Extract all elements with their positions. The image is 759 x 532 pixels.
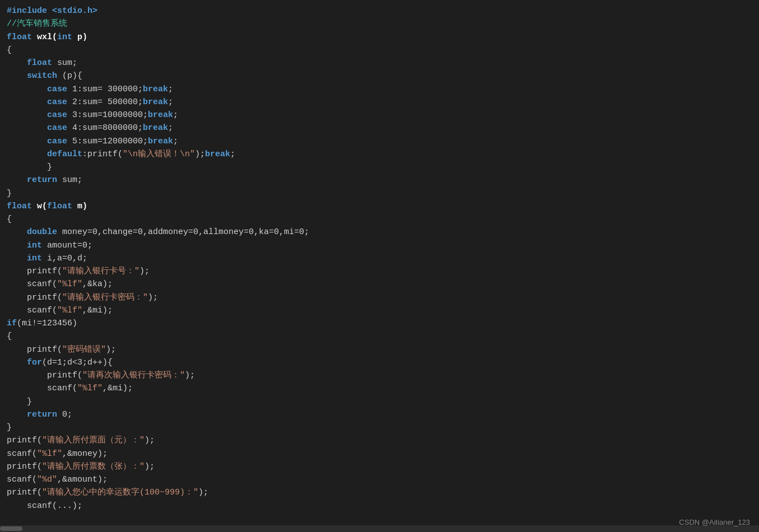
- code-line-32: return 0;: [7, 408, 752, 421]
- code-line-28: for(d=1;d<3;d++){: [7, 356, 752, 369]
- code-line-12: default:printf("\n输入错误！\n");break;: [7, 148, 752, 161]
- code-line-10: case 4:sum=8000000;break;: [7, 122, 752, 134]
- keyword-int: int: [57, 32, 77, 42]
- code-line-3: float wxl(int p): [7, 31, 752, 44]
- code-line-31: }: [7, 395, 752, 408]
- code-line-9: case 3:sum=10000000;break;: [7, 109, 752, 122]
- code-line-18: double money=0,change=0,addmoney=0,allmo…: [7, 226, 752, 239]
- code-line-35: scanf("%lf",&money);: [7, 447, 752, 460]
- code-line-24: scanf("%lf",&mi);: [7, 304, 752, 317]
- code-line-33: }: [7, 421, 752, 434]
- code-line-36: printf("请输入所付票数（张）：");: [7, 460, 752, 473]
- code-editor: #include <stdio.h> //汽车销售系统 float wxl(in…: [0, 0, 759, 532]
- code-line-15: }: [7, 187, 752, 200]
- code-line-21: printf("请输入银行卡号：");: [7, 265, 752, 278]
- code-line-20: int i,a=0,d;: [7, 252, 752, 265]
- code-line-29: printf("请再次输入银行卡密码：");: [7, 369, 752, 382]
- scrollbar-thumb[interactable]: [0, 526, 22, 531]
- code-line-34: printf("请输入所付票面（元）：");: [7, 434, 752, 447]
- code-line-38: printf("请输入您心中的幸运数字(100~999)：");: [7, 486, 752, 499]
- watermark: CSDN @Aitianer_123: [679, 518, 750, 526]
- code-line-25: if(mi!=123456): [7, 317, 752, 330]
- code-line-2: //汽车销售系统: [7, 17, 752, 30]
- code-line-23: printf("请输入银行卡密码：");: [7, 291, 752, 304]
- comment-text: //汽车销售系统: [7, 19, 67, 29]
- code-line-17: {: [7, 213, 752, 226]
- code-line-30: scanf("%lf",&mi);: [7, 382, 752, 395]
- code-line-27: printf("密码错误");: [7, 343, 752, 356]
- horizontal-scrollbar[interactable]: [0, 525, 759, 532]
- keyword-float: float: [7, 32, 37, 42]
- code-line-4: {: [7, 44, 752, 57]
- code-line-13: }: [7, 161, 752, 174]
- code-line-8: case 2:sum= 500000;break;: [7, 96, 752, 109]
- include-directive: #include <stdio.h>: [7, 6, 97, 16]
- code-line-37: scanf("%d",&amount);: [7, 473, 752, 486]
- func-name-wxl: wxl(: [37, 32, 57, 42]
- code-line-14: return sum;: [7, 174, 752, 186]
- code-line-6: switch (p){: [7, 69, 752, 82]
- code-line-26: {: [7, 330, 752, 343]
- param-p: p): [77, 32, 87, 42]
- code-line-22: scanf("%lf",&ka);: [7, 278, 752, 291]
- code-line-7: case 1:sum= 300000;break;: [7, 83, 752, 96]
- code-line-39: scanf(...);: [7, 500, 752, 512]
- code-line-16: float w(float m): [7, 200, 752, 213]
- code-line-5: float sum;: [7, 57, 752, 69]
- code-line-1: #include <stdio.h>: [7, 4, 752, 17]
- code-line-11: case 5:sum=12000000;break;: [7, 135, 752, 148]
- code-line-19: int amount=0;: [7, 239, 752, 252]
